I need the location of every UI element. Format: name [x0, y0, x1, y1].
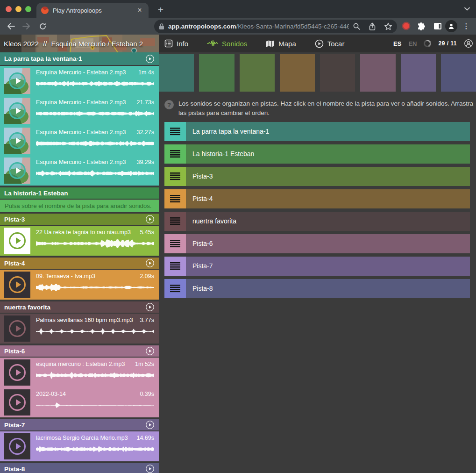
drag-handle[interactable] [164, 257, 186, 276]
track-section-header[interactable]: La parra tapa la ventana-1 [0, 52, 159, 65]
track-swatch[interactable] [360, 54, 395, 92]
share-icon[interactable] [369, 22, 376, 31]
track-section-header[interactable]: nuertra favorita [0, 301, 159, 313]
project-name[interactable]: Kleos 2022 [4, 40, 39, 48]
track-clip[interactable]: Esquina Mercurio - Esteban 2.mp339.29s [0, 156, 159, 186]
maximize-window-button[interactable] [25, 6, 31, 12]
track-section-header[interactable]: Pista-3 [0, 214, 159, 225]
section-play-button[interactable] [145, 54, 155, 64]
side-panel-icon[interactable] [432, 20, 444, 32]
track-swatch[interactable] [159, 54, 194, 92]
track-swatch[interactable] [199, 54, 234, 92]
track-row-body[interactable]: Pista-4 [186, 189, 470, 208]
clip-thumbnail[interactable] [4, 389, 30, 416]
track-swatch[interactable] [441, 54, 476, 92]
track-clip[interactable]: Esquina Mercurio - Esteban 2.mp31m 4s [0, 66, 159, 96]
clip-thumbnail[interactable] [4, 228, 30, 254]
drag-handle[interactable] [164, 167, 186, 186]
drag-handle[interactable] [164, 189, 186, 208]
section-play-button[interactable] [145, 346, 155, 356]
track-row[interactable]: Pista-3 [164, 167, 470, 186]
clip-thumbnail[interactable] [4, 128, 30, 154]
nav-tab-tocar[interactable]: Tocar [315, 39, 345, 48]
clip-play-overlay[interactable] [9, 364, 26, 381]
clip-play-overlay[interactable] [9, 162, 26, 179]
track-swatch[interactable] [280, 54, 315, 92]
clip-waveform[interactable] [36, 400, 154, 411]
drag-handle[interactable] [164, 279, 186, 298]
back-button[interactable] [5, 20, 17, 32]
track-section-header[interactable]: La historia-1 Esteban [0, 187, 159, 199]
account-icon[interactable] [464, 39, 473, 48]
clip-waveform[interactable] [36, 282, 154, 293]
track-row-body[interactable]: Pista-6 [186, 234, 470, 253]
clip-thumbnail[interactable] [4, 272, 30, 298]
track-swatch[interactable] [320, 54, 355, 92]
track-row-body[interactable]: Pista-7 [186, 257, 470, 276]
track-row-body[interactable]: Pista-8 [186, 279, 470, 298]
clip-play-overlay[interactable] [9, 438, 26, 455]
new-tab-button[interactable]: + [155, 4, 167, 16]
track-clip[interactable]: Esquina Mercurio - Esteban 2.mp321.73s [0, 96, 159, 126]
omnibox[interactable]: app.antropoloops.com/Kleos-Santa-Marina/… [154, 20, 397, 33]
track-clip[interactable]: Palmas sevillanas 160 bpm mp3.mp33.77s [0, 314, 159, 344]
track-clip[interactable]: 2022-03-140.39s [0, 387, 159, 417]
clip-waveform[interactable] [36, 138, 154, 149]
track-row-body[interactable]: Pista-3 [186, 167, 470, 186]
nav-tab-mapa[interactable]: Mapa [266, 40, 296, 48]
close-window-button[interactable] [6, 6, 12, 12]
track-section-header[interactable]: Pista-8 [0, 463, 159, 473]
track-section-header[interactable]: Pista-7 [0, 419, 159, 430]
clip-thumbnail[interactable] [4, 68, 30, 94]
section-play-button[interactable] [145, 302, 155, 312]
nav-tab-info[interactable]: Info [164, 39, 188, 48]
track-row[interactable]: nuertra favorita [164, 212, 470, 231]
clip-waveform[interactable] [36, 238, 154, 249]
track-row-body[interactable]: La parra tapa la ventana-1 [186, 122, 470, 141]
track-clip[interactable]: 09. Temaeva - Iva.mp32.09s [0, 270, 159, 300]
zoom-icon[interactable] [353, 22, 361, 30]
clip-thumbnail[interactable] [4, 315, 30, 342]
track-row[interactable]: Pista-4 [164, 189, 470, 208]
drag-handle[interactable] [164, 144, 186, 164]
lang-en[interactable]: EN [408, 40, 417, 47]
menu-dots-icon[interactable]: ⋮ [460, 20, 472, 32]
track-swatch[interactable] [240, 54, 275, 92]
bookmark-star-icon[interactable] [384, 22, 392, 30]
drag-handle[interactable] [164, 212, 186, 231]
clip-waveform[interactable] [36, 444, 154, 455]
clip-play-overlay[interactable] [9, 232, 26, 249]
clip-play-overlay[interactable] [9, 276, 26, 293]
clip-play-overlay[interactable] [9, 394, 26, 411]
lang-es[interactable]: ES [393, 40, 401, 47]
track-clip[interactable]: esquina mercurio : Esteban 2.mp31m 52s [0, 358, 159, 387]
drag-handle[interactable] [164, 122, 186, 141]
clip-play-overlay[interactable] [9, 72, 26, 89]
track-clip[interactable]: 22 Ua reka te tagnia to rau niau.mp35.45… [0, 226, 159, 256]
clip-play-overlay[interactable] [9, 102, 26, 119]
extensions-puzzle-icon[interactable] [416, 20, 428, 32]
track-section-header[interactable]: Pista-6 [0, 345, 159, 357]
clip-play-overlay[interactable] [9, 132, 26, 149]
minimize-window-button[interactable] [15, 6, 21, 12]
track-row-body[interactable]: nuertra favorita [186, 212, 470, 231]
clip-thumbnail[interactable] [4, 158, 30, 184]
record-indicator[interactable] [403, 23, 409, 29]
clip-waveform[interactable] [36, 78, 154, 89]
track-row[interactable]: Pista-6 [164, 234, 470, 253]
tab-search-chevron-icon[interactable] [464, 6, 470, 12]
browser-tab[interactable]: Play Antropoloops × [36, 3, 149, 18]
clip-waveform[interactable] [36, 326, 154, 337]
nav-tab-sonidos[interactable]: Sonidos [207, 39, 247, 48]
clip-waveform[interactable] [36, 370, 154, 381]
section-play-button[interactable] [145, 420, 155, 430]
clip-play-overlay[interactable] [9, 320, 26, 337]
section-play-button[interactable] [145, 464, 155, 473]
track-swatch[interactable] [401, 54, 436, 92]
clip-waveform[interactable] [36, 108, 154, 119]
forward-button[interactable] [21, 20, 33, 32]
track-row[interactable]: Pista-7 [164, 257, 470, 276]
clip-thumbnail[interactable] [4, 433, 30, 459]
track-row[interactable]: La parra tapa la ventana-1 [164, 122, 470, 141]
track-clip[interactable]: lacrimosa Sergio García Merlo.mp314.69s [0, 431, 159, 461]
